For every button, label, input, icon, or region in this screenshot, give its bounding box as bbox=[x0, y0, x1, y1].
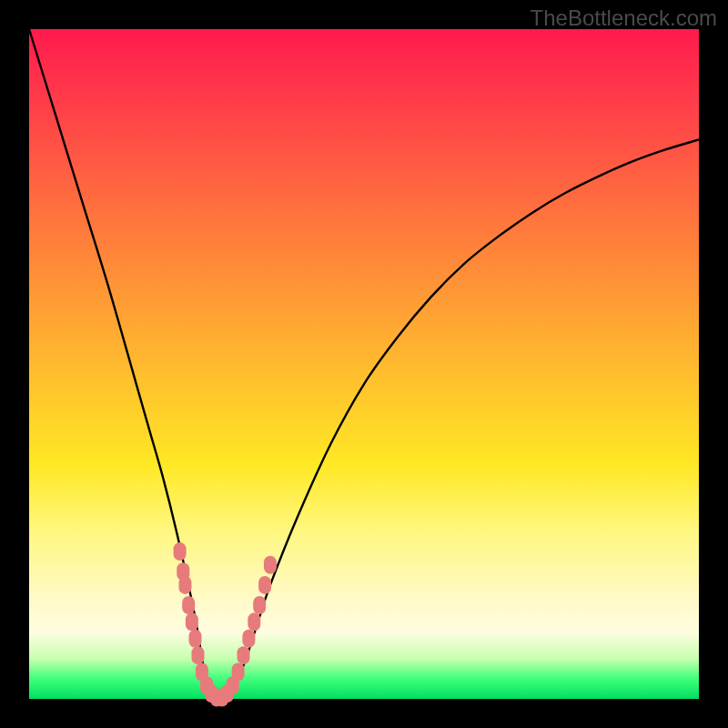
chart-frame: TheBottleneck.com bbox=[0, 0, 728, 728]
marker-point bbox=[242, 630, 255, 648]
marker-point bbox=[264, 556, 277, 574]
marker-group bbox=[174, 542, 277, 706]
marker-point bbox=[174, 542, 187, 561]
marker-point bbox=[258, 576, 271, 594]
marker-point bbox=[189, 630, 202, 648]
plot-area bbox=[29, 29, 699, 699]
marker-point bbox=[182, 596, 195, 614]
watermark-text: TheBottleneck.com bbox=[531, 5, 717, 31]
marker-point bbox=[238, 646, 250, 664]
marker-point bbox=[232, 663, 245, 682]
marker-point bbox=[186, 612, 198, 631]
marker-point bbox=[248, 612, 260, 631]
bottleneck-curve bbox=[29, 29, 699, 700]
curve-svg bbox=[29, 29, 699, 699]
marker-point bbox=[178, 576, 191, 594]
marker-point bbox=[253, 596, 266, 614]
marker-point bbox=[191, 646, 204, 664]
